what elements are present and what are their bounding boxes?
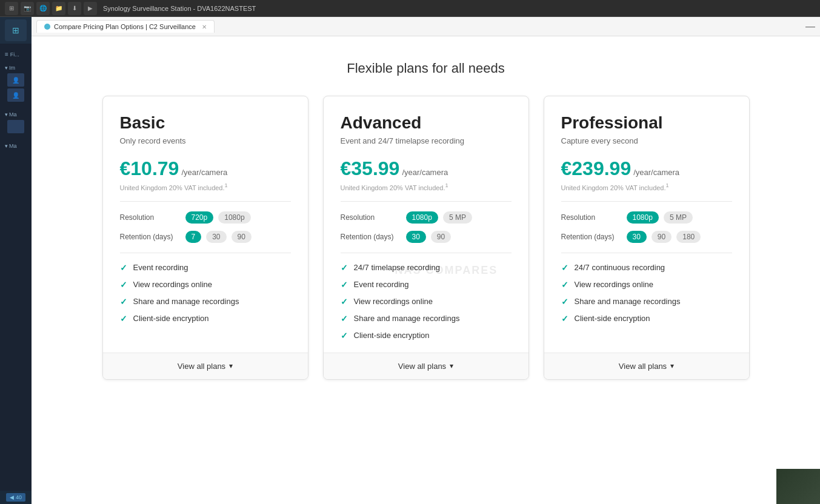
plan-body-advanced: Advanced Event and 24/7 timelapse record… xyxy=(324,96,528,353)
feature-advanced-4: ✓ Client-side encryption xyxy=(341,331,512,340)
retention-90-basic[interactable]: 90 xyxy=(232,231,252,243)
retention-label-advanced: Retention (days) xyxy=(341,233,401,241)
plan-card-advanced: Advanced Event and 24/7 timelapse record… xyxy=(323,96,529,380)
resolution-1080p-advanced[interactable]: 1080p xyxy=(406,211,438,224)
features-list-advanced: ✓ 24/7 timelapse recording ✓ Event recor… xyxy=(341,263,512,340)
retention-row-professional: Retention (days) 30 90 180 xyxy=(561,231,732,243)
taskbar: ⊞ 📷 🌐 📁 ⬇ ▶ Synology Surveillance Statio… xyxy=(0,0,820,17)
feature-text-basic-1: View recordings online xyxy=(133,280,213,289)
check-icon-professional-2: ✓ xyxy=(561,297,568,307)
sidebar-section-ma2-toggle[interactable]: ▾ Ma xyxy=(5,143,27,149)
price-amount-professional: €239.99 xyxy=(561,158,632,180)
features-list-professional: ✓ 24/7 continuous recording ✓ View recor… xyxy=(561,263,732,323)
feature-text-advanced-2: View recordings online xyxy=(354,297,433,306)
plan-name-professional: Professional xyxy=(561,113,732,133)
filter-label: Fi... xyxy=(10,51,19,58)
retention-30-advanced[interactable]: 30 xyxy=(406,231,426,243)
page-title: Flexible plans for all needs xyxy=(68,61,784,76)
app-container: ⊞ ≡ Fi... ▾ Im 👤 👤 ▾ xyxy=(0,17,820,504)
browser-tab[interactable]: Compare Pricing Plan Options | C2 Survei… xyxy=(36,20,215,33)
tab-close-btn[interactable]: ✕ xyxy=(202,24,207,30)
feature-basic-1: ✓ View recordings online xyxy=(120,280,291,290)
main-area: Compare Pricing Plan Options | C2 Survei… xyxy=(32,17,820,504)
feature-advanced-0: ✓ 24/7 timelapse recording xyxy=(341,263,512,273)
taskbar-icon-4[interactable]: 📁 xyxy=(52,2,65,15)
sidebar-app-icon[interactable]: ⊞ xyxy=(5,19,27,41)
plan-footer-basic[interactable]: View all plans ▾ xyxy=(103,353,308,379)
view-all-btn-basic[interactable]: View all plans ▾ xyxy=(178,362,233,371)
plan-footer-advanced[interactable]: View all plans ▾ xyxy=(324,353,528,379)
sidebar-item-cam1[interactable]: 👤 xyxy=(7,73,24,87)
plan-subtitle-professional: Capture every second xyxy=(561,136,732,145)
taskbar-icon-5[interactable]: ⬇ xyxy=(68,2,81,15)
retention-30-professional[interactable]: 30 xyxy=(627,231,647,243)
resolution-1080p-basic[interactable]: 1080p xyxy=(218,211,250,224)
view-all-label-basic: View all plans xyxy=(178,362,225,371)
check-icon-professional-0: ✓ xyxy=(561,263,568,273)
sidebar-item-ma1[interactable] xyxy=(7,120,24,133)
features-list-basic: ✓ Event recording ✓ View recordings onli… xyxy=(120,263,291,323)
price-amount-basic: €10.79 xyxy=(120,158,179,180)
resolution-1080p-professional[interactable]: 1080p xyxy=(627,211,659,224)
taskbar-icon-2[interactable]: 📷 xyxy=(21,2,34,15)
feature-text-basic-0: Event recording xyxy=(133,263,188,272)
retention-90-professional[interactable]: 90 xyxy=(652,231,672,243)
feature-text-basic-3: Client-side encryption xyxy=(133,314,209,323)
check-icon-basic-1: ✓ xyxy=(120,280,127,290)
chevron-icon-2: ▾ xyxy=(5,111,8,118)
chevron-icon: ▾ xyxy=(5,65,8,71)
retention-7-basic[interactable]: 7 xyxy=(185,231,202,243)
resolution-5mp-professional[interactable]: 5 MP xyxy=(664,211,693,224)
chevron-down-icon-professional: ▾ xyxy=(670,362,674,370)
sidebar-im-items: 👤 👤 xyxy=(5,73,27,102)
resolution-5mp-advanced[interactable]: 5 MP xyxy=(443,211,472,224)
sidebar-section-ma1: ▾ Ma xyxy=(0,109,32,136)
chevron-icon-3: ▾ xyxy=(5,143,8,149)
retention-label-basic: Retention (days) xyxy=(120,233,181,241)
view-all-btn-professional[interactable]: View all plans ▾ xyxy=(619,362,674,371)
view-all-btn-advanced[interactable]: View all plans ▾ xyxy=(398,362,453,371)
check-icon-basic-2: ✓ xyxy=(120,297,127,307)
retention-180-professional[interactable]: 180 xyxy=(676,231,701,243)
taskbar-icons: ⊞ 📷 🌐 📁 ⬇ ▶ xyxy=(5,2,97,15)
sidebar-filter[interactable]: ≡ Fi... xyxy=(0,48,32,60)
feature-text-professional-2: Share and manage recordings xyxy=(575,297,681,306)
retention-row-basic: Retention (days) 7 30 90 xyxy=(120,231,291,243)
check-icon-basic-3: ✓ xyxy=(120,314,127,323)
retention-90-advanced[interactable]: 90 xyxy=(431,231,451,243)
divider-advanced-2 xyxy=(341,253,512,253)
resolution-720p-basic[interactable]: 720p xyxy=(185,211,214,224)
divider-professional-2 xyxy=(561,253,732,253)
cam2-icon: 👤 xyxy=(12,92,19,99)
plan-subtitle-advanced: Event and 24/7 timelapse recording xyxy=(341,136,512,145)
feature-advanced-1: ✓ Event recording xyxy=(341,280,512,290)
sidebar-section-ma2: ▾ Ma xyxy=(0,141,32,151)
plans-grid: Basic Only record events €10.79 /year/ca… xyxy=(93,96,759,380)
sidebar-ma1-items xyxy=(5,120,27,133)
taskbar-icon-6[interactable]: ▶ xyxy=(84,2,97,15)
resolution-label-professional: Resolution xyxy=(561,213,622,222)
minimize-btn[interactable]: — xyxy=(805,22,815,31)
price-vat-basic: United Kingdom 20% VAT included.1 xyxy=(120,182,291,191)
price-period-professional: /year/camera xyxy=(633,168,679,177)
divider-basic-2 xyxy=(120,253,291,253)
window-title: Synology Surveillance Station - DVA1622N… xyxy=(103,5,256,12)
taskbar-icon-3[interactable]: 🌐 xyxy=(36,2,50,15)
check-icon-advanced-4: ✓ xyxy=(341,331,348,340)
feature-text-advanced-1: Event recording xyxy=(354,280,409,289)
arrow-left-icon: ◀ xyxy=(10,494,14,500)
plan-footer-professional[interactable]: View all plans ▾ xyxy=(544,353,749,379)
sidebar-section-ma1-toggle[interactable]: ▾ Ma xyxy=(5,111,27,118)
divider-professional-1 xyxy=(561,201,732,202)
sidebar-section-im-toggle[interactable]: ▾ Im xyxy=(5,65,27,71)
feature-basic-3: ✓ Client-side encryption xyxy=(120,314,291,323)
tab-bar: Compare Pricing Plan Options | C2 Survei… xyxy=(32,17,820,36)
feature-professional-0: ✓ 24/7 continuous recording xyxy=(561,263,732,273)
sidebar-bottom-btn[interactable]: ◀ 40 xyxy=(6,493,25,502)
taskbar-icon-1[interactable]: ⊞ xyxy=(5,2,18,15)
retention-30-basic[interactable]: 30 xyxy=(206,231,226,243)
plan-card-basic: Basic Only record events €10.79 /year/ca… xyxy=(102,96,308,380)
sidebar-item-cam2[interactable]: 👤 xyxy=(7,88,24,102)
thumb-content xyxy=(776,469,820,504)
retention-label-professional: Retention (days) xyxy=(561,233,622,241)
